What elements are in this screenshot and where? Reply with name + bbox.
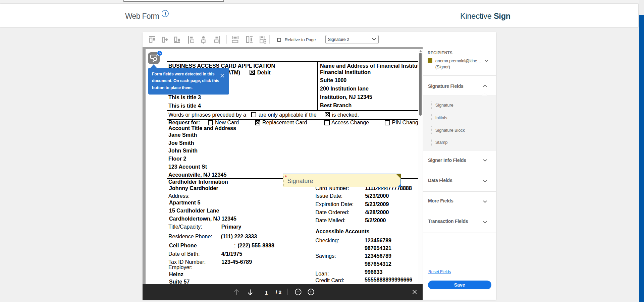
svg-text:i: i <box>165 11 166 16</box>
